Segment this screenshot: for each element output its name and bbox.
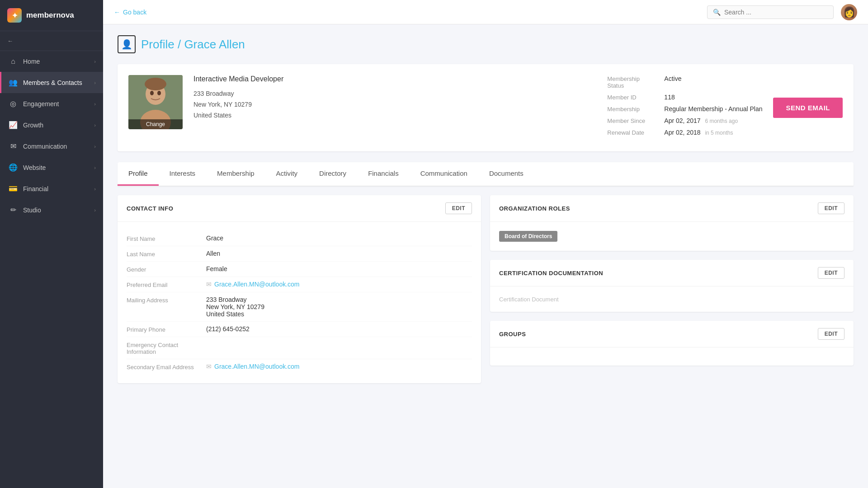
logo-text: membernova bbox=[26, 11, 74, 20]
photo-change-button[interactable]: Change bbox=[128, 119, 183, 129]
email-link[interactable]: Grace.Allen.MN@outlook.com bbox=[214, 363, 300, 370]
field-row: Preferred Email✉Grace.Allen.MN@outlook.c… bbox=[127, 277, 472, 292]
groups-card: GROUPS EDIT bbox=[490, 321, 854, 366]
search-input[interactable] bbox=[724, 9, 828, 16]
groups-edit-button[interactable]: EDIT bbox=[818, 328, 844, 340]
meta-membership-status: Membership Status Active bbox=[607, 75, 762, 89]
svg-point-5 bbox=[145, 78, 166, 90]
field-row: Primary Phone(212) 645-0252 bbox=[127, 322, 472, 337]
search-bar[interactable]: 🔍 bbox=[707, 5, 834, 19]
field-label: Secondary Email Address bbox=[127, 363, 199, 371]
field-value: ✉Grace.Allen.MN@outlook.com bbox=[206, 363, 472, 371]
field-value: 233 Broadway New York, NY 10279 United S… bbox=[206, 296, 472, 318]
field-row: First NameGrace bbox=[127, 231, 472, 246]
meta-renewal-date: Renewal Date Apr 02, 2018 in 5 months bbox=[607, 129, 762, 136]
tab-interests[interactable]: Interests bbox=[159, 162, 207, 186]
address-line2: New York, NY 10279 bbox=[193, 99, 578, 110]
go-back-link[interactable]: ← Go back bbox=[114, 9, 146, 16]
profile-two-col: CONTACT INFO EDIT First NameGraceLast Na… bbox=[118, 195, 854, 392]
member-since-label: Member Since bbox=[607, 117, 657, 124]
website-nav-chevron: › bbox=[94, 165, 96, 170]
meta-member-id: Member ID 118 bbox=[607, 94, 762, 101]
membership-status-label: Membership Status bbox=[607, 75, 657, 89]
field-value: Allen bbox=[206, 250, 472, 258]
field-row: GenderFemale bbox=[127, 262, 472, 277]
cert-docs-edit-button[interactable]: EDIT bbox=[818, 267, 844, 279]
sidebar-nav: ⌂ Home › 👥 Members & Contacts › ◎ Engage… bbox=[0, 51, 103, 488]
back-arrow-icon: ← bbox=[7, 38, 13, 44]
nav-item-label-website: Website bbox=[23, 164, 46, 171]
field-value: Grace bbox=[206, 235, 472, 242]
title-prefix: Profile / bbox=[141, 38, 181, 51]
studio-nav-icon: ✏ bbox=[9, 206, 18, 214]
nav-item-label-home: Home bbox=[23, 58, 40, 65]
sidebar-item-engagement[interactable]: ◎ Engagement › bbox=[0, 93, 103, 114]
address-line1: 233 Broadway bbox=[193, 89, 578, 99]
member-id-label: Member ID bbox=[607, 94, 657, 101]
contact-info-title: CONTACT INFO bbox=[127, 205, 173, 212]
contact-info-edit-button[interactable]: EDIT bbox=[445, 202, 472, 214]
sidebar-item-communication[interactable]: ✉ Communication › bbox=[0, 136, 103, 157]
avatar-face: 👩 bbox=[843, 6, 855, 18]
org-roles-header: ORGANIZATION ROLES EDIT bbox=[490, 195, 854, 222]
cert-docs-card: CERTIFICATION DOCUMENTATION EDIT Certifi… bbox=[490, 260, 854, 312]
growth-nav-chevron: › bbox=[94, 122, 96, 128]
field-value: ✉Grace.Allen.MN@outlook.com bbox=[206, 281, 472, 288]
email-icon: ✉ bbox=[206, 363, 212, 370]
avatar[interactable]: 👩 bbox=[841, 4, 857, 20]
nav-item-label-members: Members & Contacts bbox=[23, 79, 82, 86]
content-area: 👤 Profile / Grace Allen bbox=[103, 24, 868, 488]
field-label: First Name bbox=[127, 235, 199, 242]
send-email-button[interactable]: SEND EMAIL bbox=[773, 98, 843, 118]
field-row: Mailing Address233 Broadway New York, NY… bbox=[127, 292, 472, 322]
tab-communication[interactable]: Communication bbox=[410, 162, 478, 186]
sidebar-back-button[interactable]: ← bbox=[0, 31, 103, 51]
profile-photo-container: Change bbox=[128, 75, 183, 129]
field-value: Female bbox=[206, 265, 472, 273]
sidebar-item-website[interactable]: 🌐 Website › bbox=[0, 157, 103, 178]
members-nav-chevron: › bbox=[94, 80, 96, 85]
tab-financials[interactable]: Financials bbox=[357, 162, 410, 186]
tabs-bar: ProfileInterestsMembershipActivityDirect… bbox=[118, 162, 854, 186]
home-nav-chevron: › bbox=[94, 59, 96, 64]
tab-directory[interactable]: Directory bbox=[308, 162, 357, 186]
tab-membership[interactable]: Membership bbox=[206, 162, 265, 186]
tab-profile[interactable]: Profile bbox=[118, 162, 159, 186]
cert-docs-header: CERTIFICATION DOCUMENTATION EDIT bbox=[490, 260, 854, 286]
website-nav-icon: 🌐 bbox=[9, 163, 18, 172]
nav-item-label-communication: Communication bbox=[23, 143, 67, 150]
member-name-title: Grace Allen bbox=[184, 38, 245, 51]
sidebar-item-studio[interactable]: ✏ Studio › bbox=[0, 199, 103, 221]
sidebar-item-home[interactable]: ⌂ Home › bbox=[0, 51, 103, 72]
tab-activity[interactable]: Activity bbox=[265, 162, 309, 186]
contact-info-card: CONTACT INFO EDIT First NameGraceLast Na… bbox=[118, 195, 481, 383]
email-link[interactable]: Grace.Allen.MN@outlook.com bbox=[214, 281, 300, 288]
field-value bbox=[206, 341, 472, 355]
studio-nav-chevron: › bbox=[94, 207, 96, 213]
membership-status-value: Active bbox=[664, 75, 681, 82]
field-label: Primary Phone bbox=[127, 325, 199, 333]
sidebar-item-members[interactable]: 👥 Members & Contacts › bbox=[0, 72, 103, 93]
cert-docs-body: Certification Document bbox=[490, 286, 854, 312]
field-value: (212) 645-0252 bbox=[206, 325, 472, 333]
growth-nav-icon: 📈 bbox=[9, 121, 18, 129]
svg-point-4 bbox=[157, 91, 161, 95]
nav-item-left-communication: ✉ Communication bbox=[9, 142, 67, 150]
col-left: CONTACT INFO EDIT First NameGraceLast Na… bbox=[118, 195, 481, 392]
org-roles-edit-button[interactable]: EDIT bbox=[818, 202, 844, 214]
tab-documents[interactable]: Documents bbox=[478, 162, 534, 186]
field-label: Mailing Address bbox=[127, 296, 199, 318]
field-label: Emergency Contact Information bbox=[127, 341, 199, 355]
nav-item-label-engagement: Engagement bbox=[23, 100, 59, 108]
board-of-directors-badge: Board of Directors bbox=[499, 231, 557, 242]
main-area: ← Go back 🔍 👩 👤 Profile / Grace Allen bbox=[103, 0, 868, 488]
contact-info-body: First NameGraceLast NameAllenGenderFemal… bbox=[118, 222, 481, 383]
nav-item-left-website: 🌐 Website bbox=[9, 163, 46, 172]
sidebar-item-financial[interactable]: 💳 Financial › bbox=[0, 178, 103, 199]
contact-info-header: CONTACT INFO EDIT bbox=[118, 195, 481, 222]
field-row: Secondary Email Address✉Grace.Allen.MN@o… bbox=[127, 359, 472, 374]
nav-item-left-engagement: ◎ Engagement bbox=[9, 99, 59, 108]
email-icon: ✉ bbox=[206, 281, 212, 288]
communication-nav-chevron: › bbox=[94, 144, 96, 149]
sidebar-item-growth[interactable]: 📈 Growth › bbox=[0, 114, 103, 136]
